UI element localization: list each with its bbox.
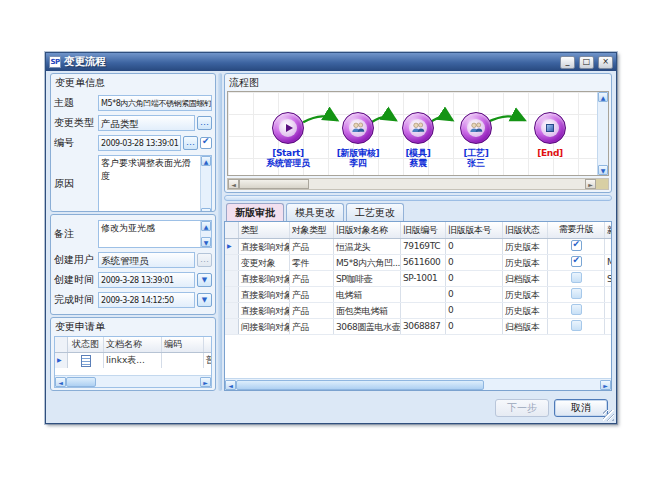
col-oldver[interactable]: 旧版版本号 xyxy=(446,222,503,238)
scroll-left-icon[interactable]: ◄ xyxy=(228,179,239,189)
scroll-up-icon[interactable]: ▲ xyxy=(201,221,211,231)
table-row[interactable]: 间接影响对象 产品 3068圆盖电水壶 3068887 0 归档版本 xyxy=(225,319,611,335)
reason-textarea[interactable]: 客户要求调整表面光滑度 ▲ ▼ xyxy=(98,155,212,212)
flow-node-start[interactable] xyxy=(272,112,304,144)
request-hscroll-track[interactable] xyxy=(66,377,200,387)
remark-text: 修改为亚光感 xyxy=(99,221,200,247)
table-row[interactable]: 直接影响对象 产品 恒温龙头 79169TC 0 历史版本 xyxy=(225,239,611,255)
flow-node-end[interactable] xyxy=(534,112,566,144)
remark-textarea[interactable]: 修改为亚光感 ▲ ▼ xyxy=(98,220,212,248)
flow-node-review[interactable] xyxy=(342,112,374,144)
objects-hscroll-thumb[interactable] xyxy=(236,380,484,390)
table-row[interactable]: 变更对象 零件 M5*8内六角凹... 5611600 0 历史版本 M5*8 xyxy=(225,255,611,271)
creator-field[interactable]: 系统管理员 xyxy=(98,252,195,268)
scroll-left-icon[interactable]: ◄ xyxy=(225,380,236,390)
scroll-down-icon[interactable]: ▼ xyxy=(201,208,211,212)
tab-craft-change[interactable]: 工艺更改 xyxy=(346,203,404,221)
remark-scrollbar[interactable]: ▲ ▼ xyxy=(200,221,211,247)
flow-hscrollbar[interactable]: ◄ ► xyxy=(227,178,609,190)
request-col-docname[interactable]: 文档名称 xyxy=(104,337,162,352)
people-icon xyxy=(349,119,367,137)
request-table-row[interactable]: linkx表... 普通 xyxy=(55,353,211,368)
cell-objtype: 产品 xyxy=(290,239,334,254)
create-time-field[interactable]: 2009-3-28 13:39:01 xyxy=(98,272,195,288)
next-button[interactable]: 下一步 xyxy=(495,399,549,417)
flow-hscroll-track[interactable] xyxy=(239,179,585,189)
scroll-right-icon[interactable]: ► xyxy=(600,380,611,390)
start-icon xyxy=(279,119,297,137)
upgrade-checkbox[interactable] xyxy=(571,240,582,251)
scroll-down-icon[interactable]: ▼ xyxy=(598,165,608,175)
request-status-cell xyxy=(68,353,104,368)
flow-node-end-label: [End] xyxy=(505,148,595,158)
meta-group: 备注 修改为亚光感 ▲ ▼ 创建用户 系统管理员 … 创建时间 xyxy=(50,214,216,315)
objects-table-hscrollbar[interactable]: ◄ ► xyxy=(225,378,611,390)
scroll-right-icon[interactable]: ► xyxy=(200,377,211,387)
reason-row: 原因 客户要求调整表面光滑度 ▲ ▼ xyxy=(51,155,215,212)
finish-time-dropdown-icon[interactable]: ▼ xyxy=(197,293,212,307)
minimize-button[interactable]: _ xyxy=(560,56,575,69)
upgrade-checkbox[interactable] xyxy=(571,304,582,315)
create-time-dropdown-icon[interactable]: ▼ xyxy=(197,273,212,287)
request-table-hscrollbar[interactable]: ◄ ► xyxy=(55,375,211,387)
objects-hscroll-track[interactable] xyxy=(236,380,600,390)
table-row[interactable]: 直接影响对象 产品 面包类电烤箱 0 历史版本 xyxy=(225,303,611,319)
request-col-status[interactable]: 状态图 xyxy=(68,337,104,352)
tab-mold-change[interactable]: 模具更改 xyxy=(286,203,344,221)
change-type-field[interactable]: 产品类型 xyxy=(98,115,195,131)
number-checkbox[interactable] xyxy=(200,137,212,149)
scroll-down-icon[interactable]: ▼ xyxy=(201,237,211,247)
reason-text: 客户要求调整表面光滑度 xyxy=(99,156,200,212)
subject-field[interactable]: M5*8内六角凹端不锈钢紧固螺钉 xyxy=(98,95,212,111)
col-upgrade[interactable]: 需要升版 xyxy=(548,222,605,238)
objects-table-body: 直接影响对象 产品 恒温龙头 79169TC 0 历史版本 变更对象 零件 M5… xyxy=(225,239,611,335)
table-row[interactable]: 直接影响对象 产品 SP咖啡壶 SP-1001 0 归档版本 SP咖 xyxy=(225,271,611,287)
request-col-code[interactable]: 编码 xyxy=(162,337,204,352)
cell-oldstatus: 归档版本 xyxy=(503,271,548,286)
resize-grip[interactable] xyxy=(603,410,614,421)
change-type-ellipsis-button[interactable]: … xyxy=(197,116,212,130)
tab-new-version-approval[interactable]: 新版审批 xyxy=(226,203,284,221)
flow-node-mold[interactable] xyxy=(402,112,434,144)
change-type-label: 变更类型 xyxy=(54,116,96,130)
horizontal-splitter[interactable] xyxy=(224,195,612,201)
request-hscroll-thumb[interactable] xyxy=(66,377,96,387)
cell-type: 直接影响对象 xyxy=(239,303,290,318)
flow-node-craft[interactable] xyxy=(460,112,492,144)
row-indicator xyxy=(225,271,239,286)
number-field[interactable]: 2009-03-28 13:39:01 xyxy=(98,135,181,151)
flow-canvas[interactable]: [Start] 系统管理员 xyxy=(228,92,597,175)
reason-scrollbar[interactable]: ▲ ▼ xyxy=(200,156,211,212)
scroll-left-icon[interactable]: ◄ xyxy=(55,377,66,387)
col-type[interactable]: 类型 xyxy=(239,222,290,238)
create-time-label: 创建时间 xyxy=(54,273,96,287)
cancel-button[interactable]: 取消 xyxy=(554,399,608,417)
flow-vscrollbar[interactable]: ▲ ▼ xyxy=(597,92,608,175)
upgrade-checkbox[interactable] xyxy=(571,320,582,331)
request-table-empty xyxy=(55,368,211,375)
col-new[interactable]: 新版 xyxy=(605,222,611,238)
finish-time-field[interactable]: 2009-3-28 14:12:50 xyxy=(98,292,195,308)
scroll-up-icon[interactable]: ▲ xyxy=(201,156,211,166)
scroll-right-icon[interactable]: ► xyxy=(585,179,596,189)
col-objtype[interactable]: 对象类型 xyxy=(290,222,334,238)
table-row[interactable]: 直接影响对象 产品 电烤箱 0 历史版本 xyxy=(225,287,611,303)
flow-hscroll-thumb[interactable] xyxy=(239,179,309,189)
close-button[interactable]: × xyxy=(598,56,613,69)
upgrade-checkbox[interactable] xyxy=(571,288,582,299)
upgrade-checkbox[interactable] xyxy=(571,272,582,283)
creator-ellipsis-button[interactable]: … xyxy=(197,253,212,267)
titlebar[interactable]: SP 变更流程 _ □ × xyxy=(46,53,616,71)
request-col-extra[interactable] xyxy=(204,337,211,352)
maximize-button[interactable]: □ xyxy=(579,56,594,69)
cell-oldname: 电烤箱 xyxy=(334,287,401,302)
scroll-up-icon[interactable]: ▲ xyxy=(598,92,608,102)
col-oldstatus[interactable]: 旧版状态 xyxy=(503,222,548,238)
col-oldname[interactable]: 旧版对象名称 xyxy=(334,222,401,238)
cell-newname xyxy=(605,303,611,318)
vertical-splitter[interactable] xyxy=(218,73,222,391)
upgrade-checkbox[interactable] xyxy=(571,256,582,267)
col-oldcode[interactable]: 旧版编号 xyxy=(401,222,446,238)
number-ellipsis-button[interactable]: … xyxy=(183,136,198,150)
right-panel: 流程图 xyxy=(224,73,612,391)
